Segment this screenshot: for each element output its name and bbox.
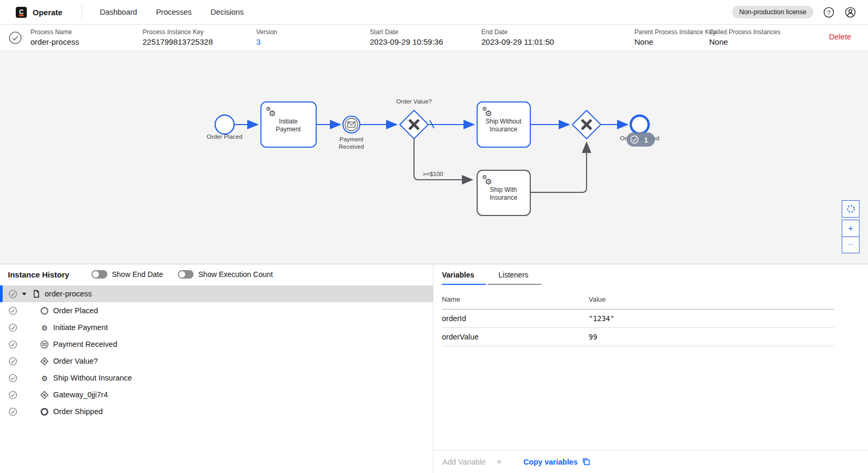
delete-button[interactable]: Delete <box>829 33 851 41</box>
start-event-label: Order Placed <box>207 133 243 140</box>
end-event-icon <box>40 407 49 416</box>
start-event-order-placed[interactable] <box>215 115 234 134</box>
gateway-join[interactable] <box>572 110 601 139</box>
nav-menu: Dashboard Processes Decisions <box>100 8 244 16</box>
service-task-gear-icon: ⚙ <box>40 323 49 332</box>
instance-completed-icon <box>8 31 22 45</box>
variable-name: orderId <box>442 314 589 323</box>
column-header-name: Name <box>442 295 589 303</box>
copy-icon <box>582 458 590 466</box>
camunda-logo-icon: C <box>16 7 27 18</box>
tab-listeners[interactable]: Listeners <box>488 271 542 285</box>
variable-value: 99 <box>589 333 597 341</box>
field-called-process-instances: Called Process InstancesNone <box>709 28 780 46</box>
gateway-order-value[interactable]: Order Value? <box>396 98 432 139</box>
exclusive-gateway-icon <box>40 357 49 366</box>
field-process-instance-key: Process Instance Key2251799813725328 <box>143 28 213 46</box>
completed-check-icon <box>8 306 17 315</box>
field-process-name: Process Nameorder-process <box>31 28 79 46</box>
gateway1-label: Order Value? <box>396 98 432 105</box>
zoom-out-button[interactable]: − <box>842 236 859 253</box>
user-icon[interactable] <box>844 6 856 18</box>
copy-variables-button[interactable]: Copy variables <box>523 458 590 466</box>
plus-icon: + <box>497 457 502 467</box>
condition-label: >=$100 <box>422 171 443 177</box>
svg-text:1: 1 <box>644 136 648 144</box>
field-end-date: End Date2023-09-29 11:01:50 <box>481 28 554 46</box>
svg-text:Ship Without: Ship Without <box>486 118 522 125</box>
completed-check-icon <box>8 407 17 416</box>
field-parent-process-instance-key: Parent Process Instance KeyNone <box>634 28 716 46</box>
variable-name: orderValue <box>442 333 589 341</box>
field-start-date: Start Date2023-09-29 10:59:36 <box>370 28 443 46</box>
completed-check-icon <box>8 390 17 399</box>
variable-value: "1234" <box>589 314 614 323</box>
history-row-order-process[interactable]: order-process <box>0 285 433 302</box>
completed-check-icon <box>8 374 17 383</box>
task-initiate-payment[interactable]: ⚙ ⚙ Initiate Payment <box>261 102 316 147</box>
version-link[interactable]: 3 <box>256 37 277 46</box>
history-row-order-placed[interactable]: Order Placed <box>0 302 433 319</box>
add-variable-button[interactable]: Add Variable + <box>442 457 502 467</box>
svg-text:Initiate: Initiate <box>279 118 298 125</box>
instance-history-title: Instance History <box>8 270 69 279</box>
svg-text:Insurance: Insurance <box>490 126 518 133</box>
svg-text:⚙: ⚙ <box>41 323 48 332</box>
field-version: Version3 <box>256 28 277 46</box>
nav-item-decisions[interactable]: Decisions <box>210 8 244 16</box>
history-row-ship-without-insurance[interactable]: ⚙ Ship Without Insurance <box>0 369 433 386</box>
nav-divider <box>82 5 82 19</box>
show-execution-count-label: Show Execution Count <box>198 270 273 279</box>
zoom-in-button[interactable]: + <box>842 220 859 236</box>
zoom-reset-icon <box>846 204 855 213</box>
history-row-payment-received[interactable]: Payment Received <box>0 336 433 353</box>
nav-item-processes[interactable]: Processes <box>156 8 192 16</box>
variable-row[interactable]: orderValue 99 <box>442 328 834 346</box>
variable-row[interactable]: orderId "1234" <box>442 310 834 328</box>
flow-shipwith-to-gateway2 <box>530 143 587 192</box>
svg-text:Insurance: Insurance <box>490 194 518 201</box>
svg-text:Received: Received <box>339 143 364 150</box>
message-event-icon <box>40 340 49 349</box>
instance-header: Process Nameorder-process Process Instan… <box>0 25 868 51</box>
zoom-reset-button[interactable] <box>842 200 860 218</box>
bpmn-diagram: >=$100 Order Placed ⚙ ⚙ Initiate Payment… <box>0 51 868 264</box>
variables-table: Name Value orderId "1234" orderValue 99 <box>442 295 834 346</box>
help-icon[interactable]: ? <box>823 6 835 18</box>
license-badge: Non-production license <box>732 6 813 18</box>
bpmn-canvas[interactable]: >=$100 Order Placed ⚙ ⚙ Initiate Payment… <box>0 51 868 264</box>
svg-text:⚙: ⚙ <box>41 374 48 382</box>
caret-down-icon[interactable] <box>20 290 28 298</box>
column-header-value: Value <box>589 295 605 303</box>
top-nav: C Operate Dashboard Processes Decisions … <box>0 0 868 25</box>
show-end-date-toggle[interactable] <box>92 270 107 279</box>
variables-panel: Variables Listeners Name Value orderId "… <box>433 264 868 473</box>
history-row-initiate-payment[interactable]: ⚙ Initiate Payment <box>0 319 433 336</box>
tab-variables[interactable]: Variables <box>442 271 486 285</box>
svg-text:Payment: Payment <box>339 136 364 142</box>
task-ship-without-insurance[interactable]: ⚙ ⚙ Ship Without Insurance <box>477 102 530 147</box>
completed-check-icon <box>8 290 17 299</box>
completed-count-badge: 1 <box>627 132 655 147</box>
completed-check-icon <box>8 340 17 349</box>
instance-history-panel: Instance History Show End Date Show Exec… <box>0 264 433 473</box>
logo-letter: C <box>19 8 24 16</box>
history-row-gateway-0jji7r4[interactable]: Gateway_0jji7r4 <box>0 386 433 403</box>
svg-text:Ship With: Ship With <box>490 186 517 193</box>
event-payment-received[interactable]: Payment Received <box>339 116 364 150</box>
variables-footer: Add Variable + Copy variables <box>433 450 868 473</box>
history-row-order-shipped[interactable]: Order Shipped <box>0 403 433 420</box>
nav-item-dashboard[interactable]: Dashboard <box>100 8 137 16</box>
show-execution-count-toggle[interactable] <box>178 270 194 279</box>
completed-check-icon <box>8 357 17 366</box>
variables-tabs: Variables Listeners <box>442 271 868 285</box>
service-task-gear-icon: ⚙ <box>40 374 49 383</box>
history-row-order-value[interactable]: Order Value? <box>0 353 433 369</box>
instance-history-tree: order-process Order Placed <box>0 285 433 420</box>
service-task-gear-icon: ⚙ <box>485 109 492 118</box>
process-document-icon <box>32 290 41 298</box>
svg-text:?: ? <box>827 9 830 15</box>
task-ship-with-insurance[interactable]: ⚙ ⚙ Ship With Insurance <box>477 170 530 215</box>
start-event-icon <box>40 306 49 315</box>
service-task-gear-icon: ⚙ <box>269 109 276 118</box>
